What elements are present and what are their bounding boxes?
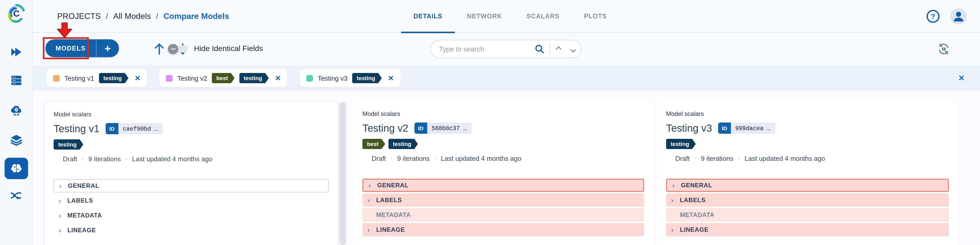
pipeline-icon[interactable] xyxy=(10,189,23,202)
remove-model-icon[interactable]: ✕ xyxy=(275,74,281,82)
model-chip-name: Testing v3 xyxy=(318,74,348,82)
last-updated: Last updated 4 months ago xyxy=(745,154,825,162)
section-labels[interactable]: › LABELS xyxy=(666,193,949,207)
chevron-right-icon: › xyxy=(368,226,372,234)
section-metadata[interactable]: › METADATA xyxy=(54,209,329,222)
panel-subtitle: Model scalars xyxy=(363,110,644,118)
clear-selection-icon[interactable]: ✕ xyxy=(958,73,965,83)
section-general[interactable]: › GENERAL xyxy=(54,179,329,192)
status-badge: Draft xyxy=(63,155,77,162)
hide-identical-label: Hide Identical Fields xyxy=(194,44,263,52)
tag-best: best xyxy=(363,139,385,149)
chevron-right-icon: › xyxy=(671,196,675,204)
model-panel-testing-v1: Model scalars Testing v1 ID caef90bd … t… xyxy=(44,101,339,245)
tab-details[interactable]: DETAILS xyxy=(401,0,455,33)
add-model-button[interactable]: + xyxy=(97,39,119,57)
tag-testing: testing xyxy=(239,73,269,83)
breadcrumb-separator: / xyxy=(106,11,108,21)
models-button[interactable]: MODELS xyxy=(45,39,96,57)
section-metadata: › METADATA xyxy=(363,208,644,221)
model-id-badge[interactable]: ID 568b8c37 … xyxy=(414,123,471,134)
model-chip-name: Testing v1 xyxy=(64,74,94,82)
brain-icon xyxy=(9,161,24,176)
top-bar: PROJECTS / All Models / Compare Models D… xyxy=(33,0,980,33)
remove-model-icon[interactable]: ✕ xyxy=(135,74,140,82)
tab-network[interactable]: NETWORK xyxy=(455,0,514,33)
breadcrumb-all-models[interactable]: All Models xyxy=(113,11,151,21)
tag-best: best xyxy=(212,73,234,83)
tag-testing: testing xyxy=(99,73,128,83)
section-labels[interactable]: › LABELS xyxy=(363,193,644,207)
tag-testing: testing xyxy=(388,139,418,149)
chevron-right-icon: › xyxy=(369,181,372,189)
id-badge-value: 999dacea … xyxy=(731,123,775,134)
panel-title: Testing v1 xyxy=(54,123,100,135)
chevron-right-icon: › xyxy=(59,197,63,204)
panel-subtitle: Model scalars xyxy=(54,111,329,118)
chevron-right-icon: › xyxy=(368,196,372,204)
panel-scrollbar[interactable] xyxy=(339,102,346,245)
remove-model-icon[interactable]: ✕ xyxy=(388,74,394,82)
tab-plots[interactable]: PLOTS xyxy=(572,0,619,33)
svg-text:?: ? xyxy=(931,13,935,21)
chevron-right-icon: › xyxy=(671,226,675,234)
tag-testing: testing xyxy=(666,139,696,149)
model-meta: Draft · 9 iterations · Last updated 4 mo… xyxy=(363,154,644,162)
section-lineage[interactable]: › LINEAGE xyxy=(54,224,329,237)
layers-icon[interactable] xyxy=(10,133,23,146)
breadcrumb-separator: / xyxy=(156,11,158,21)
id-badge-value: caef90bd … xyxy=(118,123,162,134)
section-general[interactable]: › GENERAL xyxy=(363,179,644,192)
breadcrumb: PROJECTS / All Models / Compare Models xyxy=(57,0,229,32)
status-badge: Draft xyxy=(675,154,690,162)
breadcrumb-projects[interactable]: PROJECTS xyxy=(57,11,101,21)
id-badge-label: ID xyxy=(106,123,118,134)
models-split-button: MODELS + xyxy=(45,39,119,57)
id-badge-value: 568b8c37 … xyxy=(427,123,471,134)
status-badge: Draft xyxy=(372,154,386,162)
chevron-down-icon xyxy=(570,47,576,53)
user-avatar[interactable] xyxy=(950,8,967,24)
comet-logo[interactable]: C xyxy=(6,3,26,23)
quickstart-icon[interactable] xyxy=(10,45,23,59)
model-id-badge[interactable]: ID caef90bd … xyxy=(106,123,162,134)
id-badge-label: ID xyxy=(414,123,427,134)
color-swatch xyxy=(53,75,60,81)
iterations-count: 9 iterations xyxy=(88,155,121,162)
breadcrumb-compare-models[interactable]: Compare Models xyxy=(163,11,229,21)
tag-testing: testing xyxy=(54,139,83,150)
model-panel-testing-v2: Model scalars Testing v2 ID 568b8c37 … b… xyxy=(353,101,653,245)
section-general[interactable]: › GENERAL xyxy=(666,179,949,192)
search-next-button[interactable] xyxy=(566,40,581,58)
compare-toolbar: MODELS + Hide Identical Fields xyxy=(33,33,980,65)
servers-icon[interactable] xyxy=(10,73,23,87)
model-chip-name: Testing v2 xyxy=(177,74,207,82)
section-labels[interactable]: › LABELS xyxy=(54,194,329,207)
page-tabs: DETAILS NETWORK SCALARS PLOTS xyxy=(401,0,619,33)
search-box xyxy=(430,40,581,58)
cloud-gear-icon[interactable] xyxy=(10,103,23,116)
model-id-badge[interactable]: ID 999dacea … xyxy=(718,123,775,134)
tab-scalars[interactable]: SCALARS xyxy=(514,0,572,33)
move-up-arrow-button[interactable] xyxy=(152,42,166,56)
person-icon xyxy=(950,8,967,24)
model-registry-active-item[interactable] xyxy=(5,158,28,179)
iterations-count: 9 iterations xyxy=(701,154,733,162)
search-icon[interactable] xyxy=(535,44,545,54)
left-sidebar: C xyxy=(0,0,33,245)
tag-testing: testing xyxy=(352,73,382,83)
help-icon[interactable]: ? xyxy=(926,9,940,24)
chevron-right-icon: › xyxy=(59,182,63,189)
panel-title: Testing v2 xyxy=(363,122,408,134)
search-input[interactable] xyxy=(431,45,535,53)
last-updated: Last updated 4 months ago xyxy=(132,155,213,162)
search-prev-button[interactable] xyxy=(550,40,566,58)
model-chip-testing-v3[interactable]: Testing v3 testing ✕ xyxy=(300,69,401,87)
section-metadata: › METADATA xyxy=(666,208,949,221)
model-chip-testing-v1[interactable]: Testing v1 testing ✕ xyxy=(46,69,147,87)
section-lineage[interactable]: › LINEAGE xyxy=(666,223,949,236)
hide-identical-toggle[interactable] xyxy=(169,45,188,52)
section-lineage[interactable]: › LINEAGE xyxy=(363,223,644,236)
auto-refresh-paused-icon[interactable] xyxy=(937,42,950,56)
model-chip-testing-v2[interactable]: Testing v2 best testing ✕ xyxy=(159,69,288,87)
